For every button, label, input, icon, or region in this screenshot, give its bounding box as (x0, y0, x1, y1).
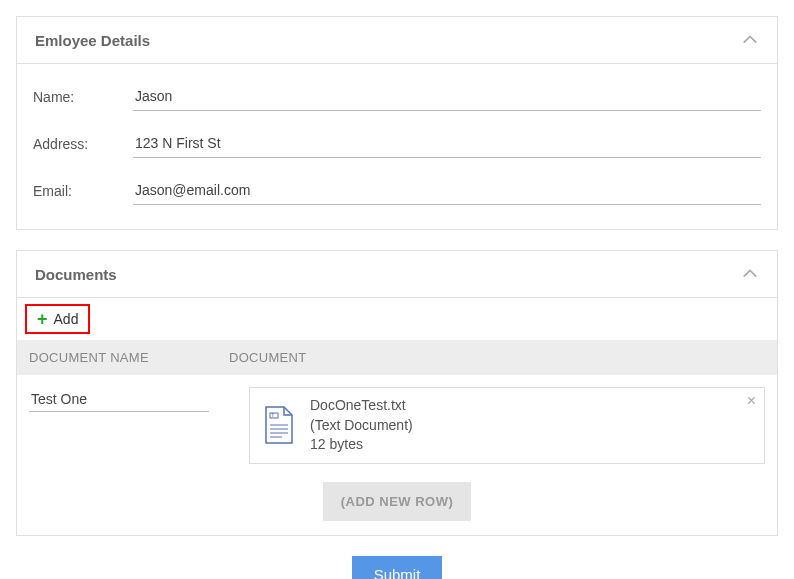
email-label: Email: (33, 183, 133, 199)
file-name: DocOneTest.txt (310, 396, 413, 416)
employee-panel-body: Name: Address: Email: (17, 64, 777, 229)
add-row: + Add (17, 298, 777, 340)
plus-icon: + (37, 310, 48, 328)
chevron-up-icon (741, 31, 759, 49)
file-size: 12 bytes (310, 435, 413, 455)
document-card: T DocOneTest.txt (Text Document) 12 byte… (249, 387, 765, 464)
email-input[interactable] (133, 176, 761, 205)
documents-panel-body: + Add DOCUMENT NAME DOCUMENT T (17, 298, 777, 535)
file-icon: T (262, 405, 296, 445)
add-new-row-button[interactable]: (ADD NEW ROW) (323, 482, 472, 521)
document-info: DocOneTest.txt (Text Document) 12 bytes (310, 396, 413, 455)
address-label: Address: (33, 136, 133, 152)
email-row: Email: (33, 176, 761, 205)
employee-panel-header[interactable]: Emloyee Details (17, 17, 777, 64)
close-icon[interactable]: × (747, 392, 756, 410)
add-button[interactable]: + Add (25, 304, 90, 334)
svg-text:T: T (272, 413, 275, 418)
documents-table-header: DOCUMENT NAME DOCUMENT (17, 340, 777, 375)
documents-panel: Documents + Add DOCUMENT NAME DOCUMENT (16, 250, 778, 536)
documents-panel-title: Documents (35, 266, 117, 283)
docname-cell (29, 387, 229, 412)
documents-panel-header[interactable]: Documents (17, 251, 777, 298)
employee-panel-title: Emloyee Details (35, 32, 150, 49)
col-header-document: DOCUMENT (229, 350, 765, 365)
col-header-docname: DOCUMENT NAME (29, 350, 229, 365)
chevron-up-icon (741, 265, 759, 283)
docname-input[interactable] (29, 387, 209, 412)
table-row: T DocOneTest.txt (Text Document) 12 byte… (17, 375, 777, 476)
name-input[interactable] (133, 82, 761, 111)
file-type: (Text Document) (310, 416, 413, 436)
name-label: Name: (33, 89, 133, 105)
submit-button[interactable]: Submit (352, 556, 443, 579)
address-input[interactable] (133, 129, 761, 158)
employee-details-panel: Emloyee Details Name: Address: Email: (16, 16, 778, 230)
address-row: Address: (33, 129, 761, 158)
placeholder-row: (ADD NEW ROW) (17, 476, 777, 535)
add-button-label: Add (54, 311, 79, 327)
name-row: Name: (33, 82, 761, 111)
submit-row: Submit (16, 556, 778, 579)
